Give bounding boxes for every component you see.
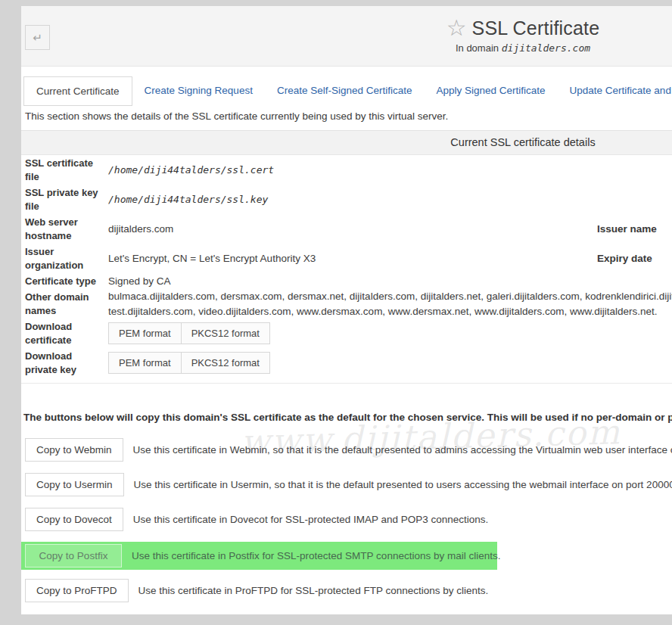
row-label: Certificate type — [25, 275, 108, 288]
row-label: Other domain names — [25, 291, 108, 318]
table-row: Other domain names bulmaca.dijitalders.c… — [21, 289, 672, 319]
service-row-postfix-highlighted: Copy to Postfix Use this certificate in … — [21, 542, 497, 570]
content-panel: ↵ ☆ SSL Certificate In domain dijitalder… — [21, 6, 672, 614]
ssl-certificate-file-path: /home/diji44talders/ssl.cert — [108, 164, 597, 176]
subtitle-prefix: In domain — [456, 42, 499, 54]
web-server-hostname-value: dijitalders.com — [108, 223, 597, 235]
copy-to-postfix-button[interactable]: Copy to Postfix — [25, 544, 122, 567]
section-description: This section shows the details of the SS… — [25, 110, 672, 122]
service-row-webmin: Copy to Webmin Use this certificate in W… — [21, 437, 672, 462]
copy-to-webmin-button[interactable]: Copy to Webmin — [25, 438, 123, 462]
tab-create-self-signed-certificate[interactable]: Create Self-Signed Certificate — [265, 76, 425, 104]
webmin-description: Use this certificate in Webmin, so that … — [133, 444, 672, 456]
tab-create-signing-request[interactable]: Create Signing Request — [132, 76, 265, 104]
row-label: SSL private key file — [25, 186, 108, 213]
service-row-dovecot: Copy to Dovecot Use this certificate in … — [21, 507, 672, 531]
download-certificate-buttons: PEM format PKCS12 format — [108, 322, 597, 344]
other-domains-line-2: test.dijitalders.com, video.dijitalders.… — [108, 304, 672, 319]
issuer-organization-value: Let's Encrypt, CN = Let's Encrypt Author… — [108, 253, 597, 264]
proftpd-description: Use this certificate in ProFTPD for SSL-… — [138, 585, 489, 596]
page-header: ↵ ☆ SSL Certificate In domain dijitalder… — [21, 6, 672, 67]
issuer-name-label: Issuer name — [597, 223, 672, 235]
copy-to-usermin-button[interactable]: Copy to Usermin — [25, 473, 124, 496]
row-label: SSL certificate file — [25, 157, 108, 184]
tab-update-certificate-and-key[interactable]: Update Certificate and Key — [558, 76, 672, 104]
certificate-pem-format-button[interactable]: PEM format — [108, 322, 182, 344]
copy-to-dovecot-button[interactable]: Copy to Dovecot — [25, 508, 123, 531]
page-subtitle: In domain dijitalders.com — [334, 42, 672, 54]
tab-current-certificate[interactable]: Current Certificate — [23, 76, 132, 106]
certificate-details-table: Current SSL certificate details SSL cert… — [21, 130, 672, 384]
table-row: Issuer organization Let's Encrypt, CN = … — [21, 244, 672, 273]
back-button[interactable]: ↵ — [25, 25, 50, 50]
page-title-block: ☆ SSL Certificate In domain dijitalders.… — [334, 17, 672, 54]
service-row-usermin: Copy to Usermin Use this certificate in … — [21, 472, 672, 496]
other-domains-line-1: bulmaca.dijitalders.com, dersmax.com, de… — [108, 289, 672, 304]
table-row: SSL certificate file /home/diji44talders… — [21, 155, 672, 185]
table-row: Download private key PEM format PKCS12 f… — [21, 348, 672, 378]
dovecot-description: Use this certificate in Dovecot for SSL-… — [133, 514, 488, 525]
download-private-key-buttons: PEM format PKCS12 format — [108, 352, 597, 374]
copy-section-heading: The buttons below will copy this domain'… — [23, 412, 672, 423]
table-row: Web server hostname dijitalders.com Issu… — [21, 214, 672, 244]
tab-apply-signed-certificate[interactable]: Apply Signed Certificate — [424, 76, 557, 104]
tab-bar: Current Certificate Create Signing Reque… — [23, 76, 672, 106]
other-domain-names-value: bulmaca.dijitalders.com, dersmax.com, de… — [108, 289, 672, 319]
private-key-pem-format-button[interactable]: PEM format — [108, 352, 182, 374]
private-key-pkcs12-format-button[interactable]: PKCS12 format — [181, 352, 270, 374]
table-row: SSL private key file /home/diji44talders… — [21, 185, 672, 214]
table-title: Current SSL certificate details — [21, 130, 672, 155]
domain-name: dijitalders.com — [502, 42, 590, 54]
row-label: Download private key — [25, 350, 108, 377]
service-row-proftpd: Copy to ProFTPD Use this certificate in … — [21, 578, 672, 602]
ssl-private-key-file-path: /home/diji44talders/ssl.key — [108, 194, 597, 205]
row-label: Issuer organization — [25, 245, 108, 272]
favorite-star-icon[interactable]: ☆ — [446, 17, 467, 39]
table-row: Download certificate PEM format PKCS12 f… — [21, 319, 672, 348]
page-title: SSL Certificate — [472, 17, 600, 39]
usermin-description: Use this certificate in Usermin, so that… — [134, 479, 672, 490]
row-label: Download certificate — [25, 320, 108, 347]
table-row: Certificate type Signed by CA — [21, 273, 672, 289]
row-label: Web server hostname — [25, 216, 108, 243]
ssl-certificate-page: { "header": { "back_icon": "↵", "star_ic… — [0, 0, 672, 625]
copy-to-proftpd-button[interactable]: Copy to ProFTPD — [25, 579, 129, 602]
postfix-description: Use this certificate in Postfix for SSL-… — [132, 550, 500, 561]
certificate-type-value: Signed by CA — [108, 275, 597, 287]
certificate-pkcs12-format-button[interactable]: PKCS12 format — [181, 322, 270, 344]
expiry-date-label: Expiry date — [597, 253, 672, 264]
